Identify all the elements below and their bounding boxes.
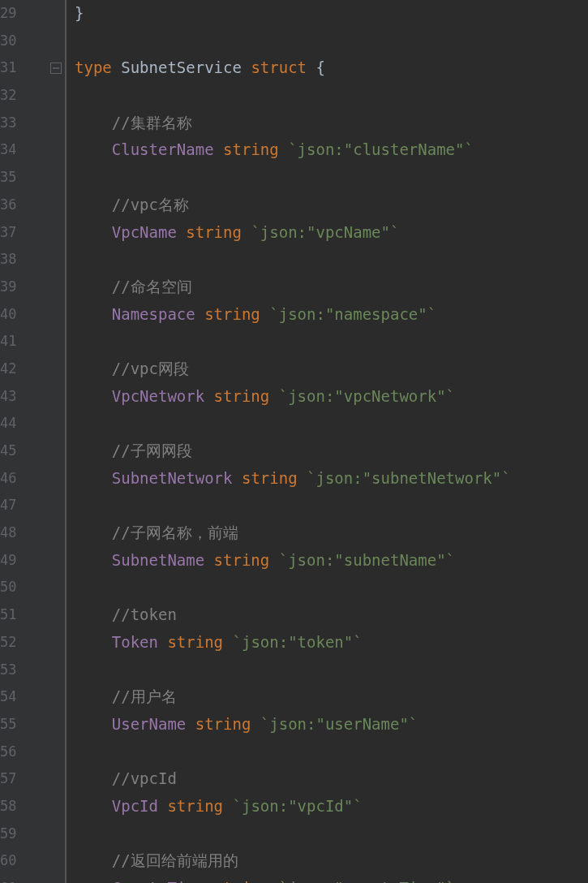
line-number: 61 [0, 875, 15, 883]
code-line[interactable] [75, 739, 588, 766]
code-line[interactable]: //vpc网段 [75, 355, 588, 383]
code-editor: 2930313233343536373839404142434445464748… [0, 0, 588, 883]
fold-toggle-icon[interactable] [50, 62, 62, 74]
code-line[interactable]: //命名空间 [75, 274, 588, 301]
code-line[interactable]: //子网名称，前端 [75, 519, 588, 547]
line-number: 47 [0, 492, 15, 519]
code-line[interactable] [75, 574, 588, 601]
code-line[interactable] [75, 82, 588, 110]
fold-column [19, 0, 65, 883]
line-number: 56 [0, 739, 15, 766]
line-number: 37 [0, 219, 15, 247]
code-area[interactable]: } type SubnetService struct { //集群名称 Clu… [67, 0, 588, 883]
line-number: 36 [0, 192, 15, 219]
line-number: 32 [0, 82, 15, 110]
line-number: 35 [0, 164, 15, 192]
code-line[interactable] [75, 328, 588, 355]
code-line[interactable]: VpcId string `json:"vpcId"` [75, 793, 588, 821]
code-line[interactable]: Token string `json:"token"` [75, 629, 588, 657]
code-line[interactable] [75, 821, 588, 848]
code-line[interactable]: Namespace string `json:"namespace"` [75, 301, 588, 329]
code-line[interactable]: } [75, 0, 588, 28]
line-number: 38 [0, 246, 15, 274]
code-line[interactable]: UserName string `json:"userName"` [75, 711, 588, 739]
code-line[interactable] [75, 410, 588, 437]
code-line[interactable]: VpcName string `json:"vpcName"` [75, 219, 588, 247]
code-line[interactable]: SubnetNetwork string `json:"subnetNetwor… [75, 465, 588, 493]
line-number: 43 [0, 383, 15, 411]
line-number: 34 [0, 136, 15, 164]
line-number: 57 [0, 765, 15, 793]
code-line[interactable]: VpcNetwork string `json:"vpcNetwork"` [75, 383, 588, 411]
code-line[interactable] [75, 28, 588, 55]
line-number: 39 [0, 274, 15, 301]
code-line[interactable]: SubnetName string `json:"subnetName"` [75, 547, 588, 575]
line-number: 40 [0, 301, 15, 329]
code-line[interactable] [75, 164, 588, 192]
line-number: 42 [0, 355, 15, 383]
line-number: 44 [0, 410, 15, 437]
line-number: 50 [0, 574, 15, 601]
code-line[interactable]: type SubnetService struct { [75, 54, 588, 82]
code-line[interactable]: //用户名 [75, 683, 588, 711]
line-number: 33 [0, 110, 15, 137]
line-number: 48 [0, 519, 15, 547]
code-line[interactable]: //vpcId [75, 765, 588, 793]
line-number: 55 [0, 711, 15, 739]
line-number-gutter: 2930313233343536373839404142434445464748… [0, 0, 19, 883]
line-number: 46 [0, 465, 15, 493]
code-line[interactable]: //vpc名称 [75, 192, 588, 219]
code-line[interactable]: //token [75, 601, 588, 629]
line-number: 49 [0, 547, 15, 575]
line-number: 59 [0, 821, 15, 848]
line-number: 29 [0, 0, 15, 28]
line-number: 31 [0, 54, 15, 82]
code-line[interactable]: CreateTime string `json:"createTime"` [75, 875, 588, 883]
line-number: 30 [0, 28, 15, 55]
code-line[interactable] [75, 492, 588, 519]
line-number: 54 [0, 683, 15, 711]
line-number: 45 [0, 437, 15, 465]
code-line[interactable]: //集群名称 [75, 110, 588, 137]
code-line[interactable]: //子网网段 [75, 437, 588, 465]
code-line[interactable] [75, 246, 588, 274]
line-number: 60 [0, 847, 15, 875]
line-number: 41 [0, 328, 15, 355]
line-number: 52 [0, 629, 15, 657]
line-number: 53 [0, 657, 15, 684]
code-line[interactable]: ClusterName string `json:"clusterName"` [75, 136, 588, 164]
code-line[interactable] [75, 657, 588, 684]
line-number: 51 [0, 601, 15, 629]
line-number: 58 [0, 793, 15, 821]
code-line[interactable]: //返回给前端用的 [75, 847, 588, 875]
